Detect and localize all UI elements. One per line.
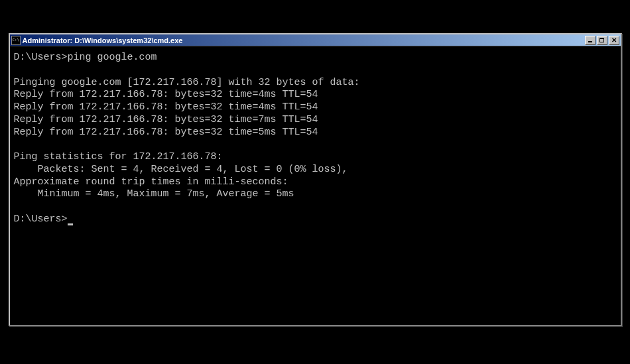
console-line: Packets: Sent = 4, Received = 4, Lost = … xyxy=(14,164,348,175)
console-line: Ping statistics for 172.217.166.78: xyxy=(14,151,223,162)
minimize-button[interactable] xyxy=(585,36,596,45)
titlebar[interactable]: Administrator: D:\Windows\system32\cmd.e… xyxy=(10,34,621,46)
console-output[interactable]: D:\Users>ping google.com Pinging google.… xyxy=(10,46,621,325)
console-line: Pinging google.com [172.217.166.78] with… xyxy=(14,77,360,88)
console-line: Approximate round trip times in milli-se… xyxy=(14,176,288,188)
close-button[interactable]: ✕ xyxy=(609,36,619,45)
window-title: Administrator: D:\Windows\system32\cmd.e… xyxy=(23,36,585,44)
console-line: Reply from 172.217.166.78: bytes=32 time… xyxy=(14,114,318,125)
cmd-icon xyxy=(11,36,21,45)
console-line: Reply from 172.217.166.78: bytes=32 time… xyxy=(14,127,318,138)
prompt: D:\Users> xyxy=(14,213,68,225)
window-controls: ✕ xyxy=(585,36,619,45)
maximize-button[interactable] xyxy=(597,36,607,45)
close-icon: ✕ xyxy=(611,37,617,44)
maximize-icon xyxy=(599,38,604,42)
cursor xyxy=(68,223,73,225)
console-line: Minimum = 4ms, Maximum = 7ms, Average = … xyxy=(14,188,294,200)
prompt: D:\Users> xyxy=(14,52,68,63)
console-line: Reply from 172.217.166.78: bytes=32 time… xyxy=(14,89,318,100)
cmd-window: Administrator: D:\Windows\system32\cmd.e… xyxy=(9,33,622,326)
console-line: Reply from 172.217.166.78: bytes=32 time… xyxy=(14,101,318,113)
typed-command: ping google.com xyxy=(68,52,157,63)
minimize-icon xyxy=(588,41,592,42)
